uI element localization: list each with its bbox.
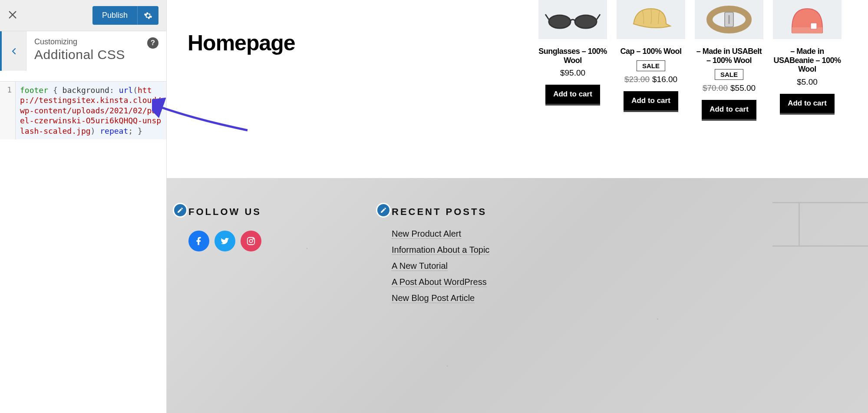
line-gutter: 1: [0, 82, 16, 139]
add-to-cart-button[interactable]: Add to cart: [624, 91, 678, 112]
svg-rect-6: [811, 23, 817, 29]
panel-breadcrumb: Customizing: [34, 37, 158, 46]
sale-badge: SALE: [715, 69, 743, 80]
back-button[interactable]: [0, 31, 26, 71]
instagram-icon: [246, 236, 256, 246]
edit-widget-button[interactable]: [376, 203, 391, 218]
recent-post-link[interactable]: A Post About WordPress: [392, 277, 487, 287]
css-property: background: [63, 86, 109, 95]
close-customizer-button[interactable]: [8, 10, 17, 22]
gear-icon: [144, 11, 152, 20]
product-card: Cap – 100% WoolSALE$23.00$16.00Add to ca…: [617, 0, 685, 121]
footer-follow-col: FOLLOW US: [188, 206, 261, 309]
add-to-cart-button[interactable]: Add to cart: [780, 94, 835, 115]
svg-point-0: [549, 15, 571, 28]
site-preview: Homepage Sunglasses – 100% Wool$95.00Add…: [167, 0, 868, 413]
facebook-link[interactable]: [188, 231, 209, 251]
recent-post-item: Information About a Topic: [392, 245, 489, 255]
product-image[interactable]: [538, 0, 607, 39]
css-repeat-keyword: repeat: [100, 126, 128, 135]
recent-post-item: New Blog Post Article: [392, 293, 489, 303]
price-current: $95.00: [560, 68, 585, 77]
pencil-icon: [177, 207, 184, 214]
product-price: $70.00$55.00: [695, 83, 763, 93]
svg-point-1: [575, 15, 597, 28]
svg-point-9: [253, 238, 254, 239]
close-icon: [8, 10, 17, 20]
svg-point-8: [249, 239, 252, 242]
page-title: Homepage: [188, 30, 295, 56]
instagram-link[interactable]: [241, 231, 261, 251]
twitter-icon: [220, 236, 230, 246]
product-card: – Made in USABelt – 100% WoolSALE$70.00$…: [695, 0, 763, 121]
site-footer: FOLLOW US RECENT POSTS New Product Alert…: [167, 178, 868, 413]
product-card: – Made in USABeanie – 100% Wool$5.00Add …: [773, 0, 842, 121]
product-price: $5.00: [773, 77, 842, 87]
sidebar-topbar: Publish: [0, 0, 166, 31]
publish-button-group: Publish: [92, 6, 158, 25]
recent-posts-list: New Product AlertInformation About a Top…: [392, 229, 489, 303]
chevron-left-icon: [10, 45, 18, 57]
pencil-icon: [380, 207, 387, 214]
panel-title: Additional CSS: [34, 47, 158, 62]
recent-post-link[interactable]: Information About a Topic: [392, 245, 489, 255]
css-editor[interactable]: 1 footer { background: url(http://testin…: [0, 81, 166, 139]
twitter-link[interactable]: [215, 231, 235, 251]
line-number: 1: [0, 85, 12, 94]
product-image[interactable]: [773, 0, 842, 39]
recent-post-item: A Post About WordPress: [392, 277, 489, 287]
product-name[interactable]: – Made in USABeanie – 100% Wool: [773, 47, 842, 74]
product-price: $23.00$16.00: [617, 75, 685, 84]
product-name[interactable]: Sunglasses – 100% Wool: [538, 47, 607, 65]
add-to-cart-button[interactable]: Add to cart: [702, 100, 756, 121]
recent-posts-title: RECENT POSTS: [392, 206, 489, 218]
add-to-cart-button[interactable]: Add to cart: [545, 85, 600, 106]
svg-rect-5: [792, 27, 822, 33]
facebook-icon: [194, 236, 204, 246]
recent-post-link[interactable]: A New Tutorial: [392, 261, 448, 271]
edit-widget-button[interactable]: [173, 203, 188, 218]
panel-header: Customizing Additional CSS ?: [0, 31, 166, 71]
product-name[interactable]: – Made in USABelt – 100% Wool: [695, 47, 763, 65]
customizer-sidebar: Publish Customizing Additional CSS ? 1: [0, 0, 167, 413]
price-current: $55.00: [730, 83, 756, 93]
social-links: [188, 231, 261, 251]
css-selector: footer: [20, 86, 48, 95]
price-old: $70.00: [703, 83, 728, 93]
product-image[interactable]: [617, 0, 685, 39]
product-grid: Sunglasses – 100% Wool$95.00Add to cartC…: [538, 0, 842, 121]
recent-post-item: A New Tutorial: [392, 261, 489, 271]
css-code[interactable]: footer { background: url(http://testings…: [16, 82, 166, 139]
help-icon: ?: [151, 39, 155, 47]
help-button[interactable]: ?: [147, 37, 158, 49]
product-image[interactable]: [695, 0, 763, 39]
follow-us-title: FOLLOW US: [188, 206, 261, 218]
css-url-keyword: url: [119, 86, 133, 95]
sale-badge: SALE: [637, 60, 665, 71]
product-name[interactable]: Cap – 100% Wool: [617, 47, 685, 56]
price-old: $23.00: [624, 75, 650, 84]
price-current: $16.00: [652, 75, 677, 84]
recent-post-link[interactable]: New Blog Post Article: [392, 293, 475, 303]
product-price: $95.00: [538, 68, 607, 78]
price-current: $5.00: [797, 77, 818, 86]
product-card: Sunglasses – 100% Wool$95.00Add to cart: [538, 0, 607, 121]
recent-post-link[interactable]: New Product Alert: [392, 229, 461, 239]
footer-recent-col: RECENT POSTS New Product AlertInformatio…: [392, 206, 489, 309]
publish-settings-button[interactable]: [137, 6, 158, 25]
panel-title-wrap: Customizing Additional CSS ?: [26, 31, 166, 71]
recent-post-item: New Product Alert: [392, 229, 489, 239]
publish-button[interactable]: Publish: [92, 6, 137, 25]
